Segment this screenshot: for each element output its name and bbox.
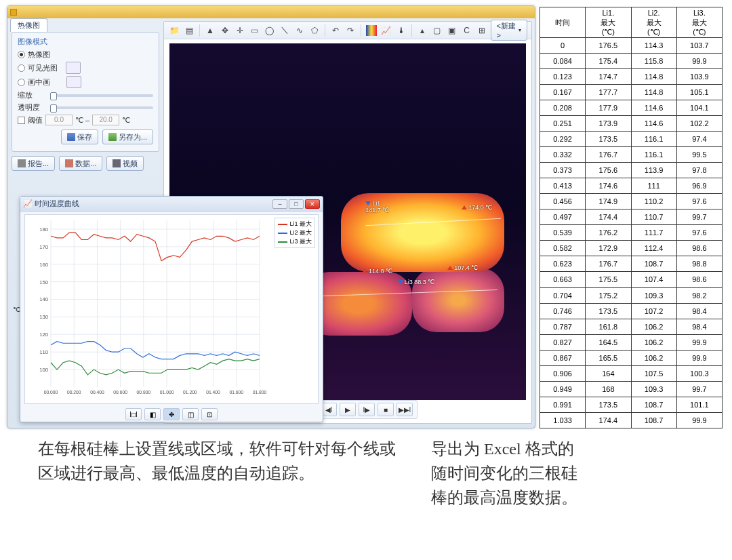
threshold-low-input[interactable]: 0.0 (45, 115, 73, 125)
threshold-checkbox[interactable] (18, 117, 25, 124)
table-row: 0.991173.5108.7101.1 (540, 397, 723, 412)
threshold-label: 阈值 (28, 115, 43, 125)
pip-settings-button[interactable] (66, 76, 81, 88)
thermal-app-window: 热像图 图像模式 热像图 可见光图 画中画 缩放 透明度 阈值 0.0 ℃ – … (7, 5, 535, 428)
doc-icon[interactable]: ▤ (183, 24, 195, 37)
threshold-sep: ℃ – (75, 116, 89, 125)
chart-titlebar[interactable]: 📈时间温度曲线 – □ ✕ (20, 197, 323, 212)
tab-thermal[interactable]: 热像图 (10, 18, 47, 32)
svg-text:160: 160 (39, 262, 48, 268)
svg-text:01.000: 01.000 (160, 390, 174, 395)
open-icon[interactable]: 📁 (168, 24, 180, 37)
svg-text:100: 100 (39, 367, 48, 373)
table-row: 0.456174.9110.297.6 (540, 194, 723, 209)
footer-btn-3[interactable]: ✥ (163, 408, 180, 420)
table-header: Li3.最大(℃) (676, 7, 722, 38)
table-row: 0.208177.9114.6104.1 (540, 100, 723, 116)
c-icon[interactable]: C (461, 24, 473, 37)
svg-text:150: 150 (39, 279, 48, 285)
image-mode-panel: 图像模式 热像图 可见光图 画中画 缩放 透明度 阈值 0.0 ℃ – 20.0… (12, 32, 159, 152)
table-header: 时间 (540, 7, 586, 38)
li2-mid-marker: 114.8 ℃ (362, 268, 392, 275)
grid-icon[interactable]: ⊞ (476, 24, 488, 37)
table-row: 0.704175.2109.398.2 (540, 287, 723, 303)
table-row: 0.332176.7116.199.5 (540, 147, 723, 163)
pointer-icon[interactable]: ▲ (204, 24, 216, 37)
table-row: 0176.5114.3103.7 (540, 38, 723, 54)
palette-icon[interactable] (365, 24, 378, 37)
threshold-high-input[interactable]: 20.0 (92, 115, 119, 125)
table-row: 0.949168109.399.7 (540, 381, 723, 397)
table-row: 0.663175.5107.498.6 (540, 272, 723, 287)
visible-settings-button[interactable] (66, 62, 81, 74)
table-row: 0.746173.5107.298.4 (540, 303, 723, 319)
radio-thermal[interactable] (18, 51, 25, 58)
footer-btn-5[interactable]: ⊡ (201, 408, 218, 420)
svg-text:00.400: 00.400 (90, 390, 104, 395)
svg-text:180: 180 (39, 226, 48, 233)
report-button[interactable]: 报告... (12, 156, 55, 171)
table-row: 0.413174.611196.9 (540, 178, 723, 194)
box1-icon[interactable]: ▢ (431, 24, 443, 37)
radio-thermal-label: 热像图 (28, 49, 50, 60)
table-header: Li2.最大(℃) (631, 7, 676, 38)
chart-body: ℃ Li1 最大 Li2 最大 Li3 最大 10011012013014015… (24, 214, 319, 404)
box2-icon[interactable]: ▣ (446, 24, 458, 37)
last-frame-button[interactable]: ▶▶I (396, 403, 413, 416)
save-button[interactable]: 保存 (61, 129, 98, 144)
svg-text:01.600: 01.600 (229, 390, 243, 395)
zoom-slider[interactable] (50, 94, 153, 97)
play-button[interactable]: ▶ (340, 403, 356, 416)
radio-pip-label: 画中画 (28, 77, 50, 87)
radio-visible-label: 可见光图 (28, 63, 58, 73)
li3-low-marker: Li3 88.3 ℃ (398, 279, 435, 285)
rotate-right-icon[interactable]: ↷ (344, 24, 357, 37)
stop-button[interactable]: ■ (378, 403, 394, 416)
chart-title-text: 时间温度曲线 (35, 199, 79, 207)
chart-ylabel: ℃ (13, 306, 20, 313)
footer-btn-2[interactable]: ◧ (144, 408, 161, 420)
svg-text:130: 130 (39, 314, 48, 320)
caption-right: 导出为 Excel 格式的随时间变化的三根硅棒的最高温度数据。 (431, 437, 580, 510)
line-icon[interactable]: ＼ (279, 24, 291, 37)
radio-visible[interactable] (18, 64, 25, 72)
data-button[interactable]: 数据... (59, 156, 102, 171)
svg-text:00.200: 00.200 (67, 390, 81, 395)
table-header: Li1.最大(℃) (586, 7, 631, 38)
svg-text:00.600: 00.600 (113, 390, 127, 395)
thermometer-icon[interactable]: 🌡 (395, 24, 407, 37)
video-button[interactable]: 视频 (106, 156, 144, 171)
polygon-icon[interactable]: ⬠ (308, 24, 321, 37)
minimize-button[interactable]: – (272, 199, 287, 209)
marker-tri-icon[interactable]: ▴ (416, 24, 428, 37)
svg-text:110: 110 (39, 349, 48, 355)
li3-high-marker: 107.4 ℃ (447, 264, 478, 271)
report-icon (18, 159, 26, 167)
footer-btn-4[interactable]: ◫ (182, 408, 199, 420)
new-button[interactable]: <新建>▾ (491, 20, 527, 41)
ellipse-icon[interactable]: ◯ (264, 24, 276, 37)
opacity-slider[interactable] (50, 106, 153, 109)
maximize-button[interactable]: □ (289, 199, 304, 209)
table-row: 0.867165.5106.299.9 (540, 350, 723, 365)
polyline-icon[interactable]: ∿ (293, 24, 306, 37)
zoom-label: 缩放 (18, 90, 47, 100)
close-button[interactable]: ✕ (305, 199, 320, 209)
table-row: 0.084175.4115.899.9 (540, 54, 723, 69)
radio-pip[interactable] (18, 79, 25, 86)
saveas-button[interactable]: 另存为... (102, 129, 153, 144)
rotate-left-icon[interactable]: ↶ (329, 24, 342, 37)
chart-icon[interactable]: 📈 (380, 24, 392, 37)
move-icon[interactable]: ✥ (219, 24, 231, 37)
svg-text:00.000: 00.000 (44, 390, 58, 395)
table-row: 0.582172.9112.498.6 (540, 241, 723, 256)
chart-footer-toolbar: I□I ◧ ✥ ◫ ⊡ (20, 408, 323, 420)
table-row: 0.787161.8106.298.4 (540, 319, 723, 334)
rect-icon[interactable]: ▭ (249, 24, 261, 37)
table-row: 0.906164107.5100.3 (540, 365, 723, 381)
footer-btn-1[interactable]: I□I (125, 408, 142, 420)
next-frame-button[interactable]: I▶ (359, 403, 375, 416)
crosshair-icon[interactable]: ✛ (234, 24, 246, 37)
svg-text:170: 170 (39, 244, 48, 250)
li1-marker: Li1141.7 ℃ (365, 200, 389, 214)
